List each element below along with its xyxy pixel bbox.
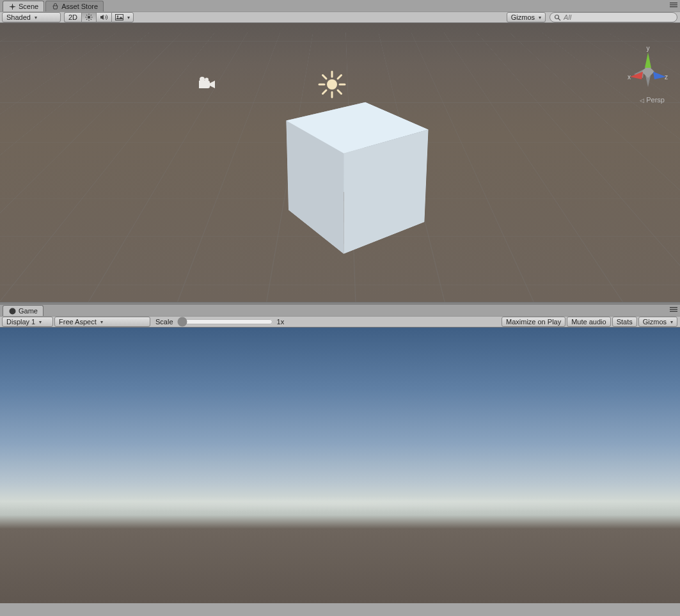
sun-icon xyxy=(85,13,93,21)
svg-line-27 xyxy=(323,90,327,94)
game-gizmos-dropdown[interactable]: Gizmos xyxy=(638,317,677,327)
scale-label: Scale xyxy=(152,318,177,326)
svg-line-11 xyxy=(91,15,91,15)
scene-viewport[interactable]: y x z ◁ Persp xyxy=(0,23,680,302)
svg-rect-2 xyxy=(670,4,677,5)
gizmos-dropdown[interactable]: Gizmos xyxy=(507,12,546,22)
scene-cube[interactable] xyxy=(313,115,395,231)
aspect-dropdown[interactable]: Free Aspect xyxy=(54,317,150,327)
scale-value: 1x xyxy=(273,318,289,326)
scene-icon xyxy=(8,3,16,10)
svg-point-19 xyxy=(327,79,337,90)
svg-line-10 xyxy=(91,19,91,20)
status-bar xyxy=(0,603,680,616)
svg-point-14 xyxy=(117,15,118,17)
svg-point-15 xyxy=(555,15,559,19)
scene-panel: Scene Asset Store Shaded 2D xyxy=(0,0,680,302)
shading-mode-dropdown[interactable]: Shaded xyxy=(2,12,61,22)
axis-z-label: z xyxy=(665,74,668,81)
svg-rect-35 xyxy=(670,307,677,308)
game-toolbar: Display 1 Free Aspect Scale 1x Maximize … xyxy=(0,316,680,328)
scene-tab-bar: Scene Asset Store xyxy=(0,0,680,12)
scene-toolbar: Shaded 2D Gizmos xyxy=(0,12,680,23)
tab-asset-store[interactable]: Asset Store xyxy=(45,1,104,12)
search-input[interactable] xyxy=(564,13,673,21)
toggle-2d-button[interactable]: 2D xyxy=(64,12,81,22)
panel-menu-icon[interactable] xyxy=(670,307,677,312)
projection-label[interactable]: ◁ Persp xyxy=(640,96,665,104)
tab-game[interactable]: Game xyxy=(3,305,43,316)
svg-point-17 xyxy=(200,77,205,82)
toggle-audio-button[interactable] xyxy=(96,12,111,22)
game-panel: Game Display 1 Free Aspect Scale 1x Maxi… xyxy=(0,304,680,603)
svg-line-16 xyxy=(558,19,560,20)
tab-label: Game xyxy=(19,307,38,315)
svg-marker-33 xyxy=(630,72,643,79)
svg-rect-13 xyxy=(116,15,123,20)
svg-marker-34 xyxy=(653,72,666,79)
tab-label: Scene xyxy=(19,3,38,10)
search-field[interactable] xyxy=(550,12,677,22)
toggle-fx-button[interactable] xyxy=(111,12,134,22)
svg-point-4 xyxy=(88,16,90,19)
tab-scene[interactable]: Scene xyxy=(3,1,44,12)
mute-audio-button[interactable]: Mute audio xyxy=(567,317,610,327)
svg-line-12 xyxy=(86,19,87,20)
svg-line-9 xyxy=(86,15,87,15)
svg-rect-36 xyxy=(670,309,677,310)
axis-x-label: x xyxy=(628,74,631,81)
scene-grid xyxy=(0,23,680,33)
panel-menu-icon[interactable] xyxy=(670,3,677,8)
svg-line-26 xyxy=(338,75,342,79)
light-gizmo-icon[interactable] xyxy=(317,69,347,100)
tab-label: Asset Store xyxy=(61,3,98,10)
magnifier-icon xyxy=(554,14,561,21)
svg-marker-32 xyxy=(645,52,651,68)
camera-gizmo-icon[interactable] xyxy=(197,76,216,90)
pac-icon xyxy=(8,308,16,315)
image-icon xyxy=(115,14,123,20)
axis-y-label: y xyxy=(647,46,650,52)
display-dropdown[interactable]: Display 1 xyxy=(2,317,53,327)
maximize-on-play-button[interactable]: Maximize on Play xyxy=(502,317,565,327)
svg-rect-3 xyxy=(670,6,677,7)
svg-line-24 xyxy=(323,75,327,79)
game-viewport[interactable] xyxy=(0,328,680,603)
scale-slider[interactable] xyxy=(177,317,273,327)
toggle-lighting-button[interactable] xyxy=(81,12,96,22)
svg-rect-1 xyxy=(670,3,677,3)
svg-rect-37 xyxy=(670,311,677,312)
svg-point-18 xyxy=(205,78,209,82)
scene-toggle-group: 2D xyxy=(64,12,134,22)
svg-line-25 xyxy=(338,90,342,94)
game-tab-bar: Game xyxy=(0,304,680,316)
shading-mode-label: Shaded xyxy=(6,13,31,21)
asset-store-icon xyxy=(51,3,59,10)
audio-icon xyxy=(100,13,108,21)
stats-button[interactable]: Stats xyxy=(612,317,637,327)
orientation-gizmo[interactable]: y x z ◁ Persp xyxy=(622,46,674,104)
